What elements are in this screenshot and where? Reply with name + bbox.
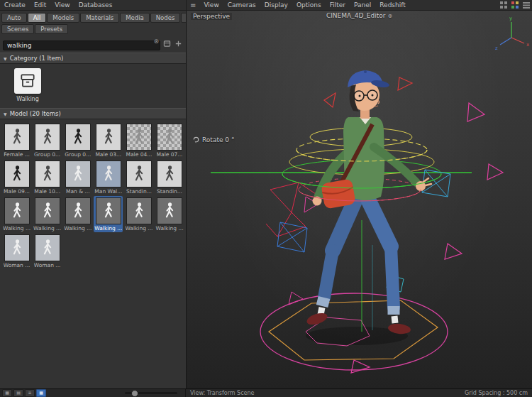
viewport-menu-items: ViewCamerasDisplayOptionsFilterPanelReds… [199, 0, 409, 10]
viewport[interactable]: x y z Perspective CINEMA_4D_Editor ⊕ Rot… [187, 11, 532, 388]
axis-z-label: z [495, 45, 498, 51]
tab-presets[interactable]: Presets [35, 24, 68, 34]
model-item[interactable]: Male 07... [155, 122, 184, 158]
view-thumbnails-icon[interactable]: ▦ [2, 389, 12, 397]
viewport-menu-options[interactable]: Options [292, 0, 326, 10]
model-item-label: Female ... [4, 151, 30, 158]
model-item[interactable]: Man & ... [63, 159, 92, 195]
editor-camera-icon[interactable]: ⊕ [387, 13, 392, 19]
model-thumbnail [126, 124, 152, 151]
category-item[interactable]: Walking [9, 68, 47, 102]
tab-models[interactable]: Models [47, 13, 79, 23]
database-icon[interactable] [162, 40, 172, 48]
tab-all[interactable]: All [28, 13, 47, 23]
viewport-menu-filter[interactable]: Filter [326, 0, 350, 10]
editor-title-text: CINEMA_4D_Editor [326, 12, 386, 19]
model-item[interactable]: Walking ... [2, 196, 31, 232]
viewport-menubar: ≡ ViewCamerasDisplayOptionsFilterPanelRe… [186, 0, 532, 10]
category-section-header[interactable]: ▼ Category (1 Item) [0, 53, 186, 64]
model-item[interactable]: Walking ... [124, 196, 153, 232]
model-item-label: Standin... [126, 188, 152, 195]
model-item[interactable]: Group 0... [63, 122, 92, 158]
tab-nodes[interactable]: Nodes [150, 13, 181, 23]
model-item[interactable]: Male 10... [33, 159, 62, 195]
slider-handle[interactable] [131, 390, 138, 397]
character-model[interactable] [306, 70, 431, 335]
tab-media[interactable]: Media [120, 13, 150, 23]
tab-scenes[interactable]: Scenes [1, 24, 34, 34]
clear-search-icon[interactable]: ⊗ [153, 38, 159, 45]
axis-x-label: x [526, 42, 529, 48]
model-item[interactable]: Man Wal... [94, 159, 123, 195]
model-item-label: Male 03... [95, 151, 121, 158]
palette-icon[interactable] [511, 1, 519, 9]
rotate-hud: Rotate 0 ° [192, 136, 234, 143]
model-item[interactable]: Male 09... [2, 159, 31, 195]
model-item[interactable]: Walking ... [155, 196, 184, 232]
model-item[interactable]: Male 03... [94, 122, 123, 158]
model-item[interactable]: Group 0... [33, 122, 62, 158]
model-item[interactable]: Male 04... [124, 122, 153, 158]
model-item-label: Man & ... [66, 188, 90, 195]
model-thumbnail [126, 161, 152, 187]
menu-edit[interactable]: Edit [30, 0, 50, 10]
viewport-menu-panel[interactable]: Panel [350, 0, 375, 10]
model-item-label: Walking ... [33, 225, 61, 232]
editor-title: CINEMA_4D_Editor ⊕ [187, 12, 532, 19]
tab-operators[interactable]: Operators [181, 13, 187, 23]
viewport-statusbar: View: Transform Scene Grid Spacing : 500… [186, 390, 532, 396]
rotate-hud-label: Rotate 0 ° [202, 136, 234, 143]
search-field-wrap: ⊗ [3, 37, 160, 50]
model-item[interactable]: Walking ... [63, 196, 92, 232]
thumbnail-size-slider[interactable] [125, 392, 177, 394]
model-thumbnail [65, 197, 91, 224]
model-item-label: Group 0... [65, 151, 91, 158]
model-item[interactable]: Woman ... [2, 233, 31, 269]
viewport-menu-cameras[interactable]: Cameras [223, 0, 260, 10]
menu-databases[interactable]: Databases [74, 0, 117, 10]
tab-materials[interactable]: Materials [80, 13, 119, 23]
cinema4d-window: CreateEditViewDatabases ≡ ViewCamerasDis… [0, 0, 532, 397]
category-item-label: Walking [9, 96, 47, 102]
viewport-menu-display[interactable]: Display [260, 0, 292, 10]
model-item[interactable]: Walking ... [33, 196, 62, 232]
category-body: Walking [0, 64, 186, 108]
menu-create[interactable]: Create [0, 0, 30, 10]
view-list-icon[interactable]: ▤ [13, 389, 23, 397]
layout-icon[interactable] [499, 1, 508, 9]
model-section-header[interactable]: ▼ Model (20 Items) [0, 108, 186, 119]
add-icon[interactable] [174, 40, 183, 48]
asset-browser-view-icon[interactable]: ▦ [36, 389, 46, 397]
menu-view[interactable]: View [50, 0, 74, 10]
model-thumbnail [35, 197, 60, 224]
model-item-label: Woman ... [34, 262, 61, 268]
hamburger-icon[interactable]: ≡ [187, 1, 199, 9]
model-item[interactable]: Standin... [124, 159, 153, 195]
viewport-status-left: View: Transform Scene [190, 390, 255, 396]
panel-icon[interactable] [522, 1, 531, 9]
model-item-label: Walking ... [64, 225, 92, 232]
viewport-menu-redshift[interactable]: Redshift [375, 0, 410, 10]
viewport-canvas[interactable]: x y z [187, 11, 532, 388]
model-header-label: Model (20 Items) [10, 110, 61, 117]
model-item[interactable]: Female ... [2, 122, 31, 158]
asset-browser-subtabs: ScenesPresets [0, 23, 186, 34]
view-details-icon[interactable]: ≡ [25, 389, 35, 397]
tab-auto[interactable]: Auto [1, 13, 27, 23]
model-item[interactable]: Woman ... [33, 233, 62, 269]
model-thumbnail [126, 197, 152, 224]
top-menubar: CreateEditViewDatabases ≡ ViewCamerasDis… [0, 0, 532, 11]
model-thumbnail [4, 124, 30, 151]
model-thumbnail [96, 124, 121, 151]
search-input[interactable] [3, 40, 160, 50]
model-grid: Female ...Group 0...Group 0...Male 03...… [0, 119, 186, 272]
model-item-label: Walking ... [94, 225, 122, 232]
model-item[interactable]: Standin... [155, 159, 184, 195]
asset-browser-menubar: CreateEditViewDatabases [0, 0, 186, 10]
model-item[interactable]: Walking ... [94, 196, 123, 232]
model-item-label: Walking ... [125, 225, 153, 232]
model-thumbnail [96, 197, 121, 224]
category-header-label: Category (1 Item) [10, 55, 64, 62]
viewport-menu-view[interactable]: View [199, 0, 223, 10]
asset-browser-footer: ▦ ▤ ≡ ▦ [0, 389, 186, 397]
